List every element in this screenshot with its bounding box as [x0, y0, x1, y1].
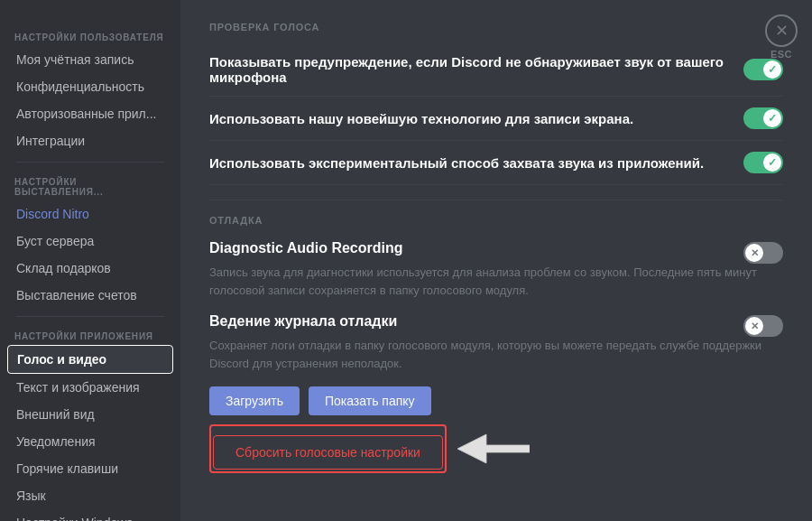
sidebar-item-my-account[interactable]: Моя учётная запись — [7, 46, 173, 73]
check-icon-3: ✓ — [768, 157, 777, 168]
setting-row-mic-warning: Показывать предупреждение, если Discord … — [209, 43, 783, 97]
toggle-audio-recording[interactable]: ✕ — [743, 242, 783, 264]
sidebar-item-discord-nitro[interactable]: Discord Nitro — [7, 200, 173, 228]
debug-item-log: Ведение журнала отладки ✕ Сохраняет логи… — [209, 313, 783, 372]
arrow-annotation — [457, 426, 530, 471]
sidebar-item-server-boost[interactable]: Буст сервера — [7, 228, 173, 255]
sidebar-item-voice-video[interactable]: Голос и видео — [7, 345, 173, 374]
check-icon: ✓ — [768, 64, 777, 75]
debug-audio-title: Diagnostic Audio Recording — [209, 240, 403, 256]
debug-buttons: Загрузить Показать папку — [209, 386, 783, 415]
debug-audio-desc: Запись звука для диагностики используетс… — [209, 264, 783, 299]
toggle-audio-capture[interactable]: ✓ — [743, 152, 783, 173]
toggle-knob-5: ✕ — [745, 317, 763, 335]
setting-row-audio-capture: Использовать экспериментальный способ за… — [209, 141, 783, 185]
sidebar-item-hotkeys[interactable]: Горячие клавиши — [7, 455, 173, 482]
sidebar-section-user-settings: НАСТРОЙКИ ПОЛЬЗОВАТЕЛЯ — [7, 25, 173, 46]
debug-log-desc: Сохраняет логи отладки в папку голосовог… — [209, 337, 783, 372]
debug-label: ОТЛАДКА — [209, 215, 783, 226]
reset-voice-settings-button[interactable]: Сбросить голосовые настройки — [213, 435, 443, 470]
sidebar-item-text-images[interactable]: Текст и изображения — [7, 374, 173, 401]
x-icon: ✕ — [751, 248, 759, 258]
toggle-knob-2: ✓ — [763, 109, 781, 127]
sidebar-section-app-settings: НАСТРОЙКИ ПРИЛОЖЕНИЯ — [7, 324, 173, 345]
sidebar-divider-2 — [16, 316, 164, 317]
upload-button[interactable]: Загрузить — [209, 386, 300, 415]
sidebar-item-gift-inventory[interactable]: Склад подарков — [7, 255, 173, 282]
debug-log-title: Ведение журнала отладки — [209, 313, 397, 330]
sidebar-divider-1 — [16, 162, 164, 163]
sidebar-item-authorized-apps[interactable]: Авторизованные прил... — [7, 100, 173, 127]
sidebar-item-windows-settings[interactable]: Настройки Windows — [7, 509, 173, 521]
reset-btn-wrapper: Сбросить голосовые настройки — [209, 424, 447, 473]
mic-warning-text: Показывать предупреждение, если Discord … — [209, 54, 743, 85]
close-button[interactable]: ✕ — [765, 14, 798, 47]
toggle-screen-record[interactable]: ✓ — [743, 107, 783, 129]
reset-section: Сбросить голосовые настройки — [209, 424, 783, 473]
sidebar-item-language[interactable]: Язык — [7, 482, 173, 509]
sidebar-section-billing: НАСТРОЙКИ ВЫСТАВЛЕНИЯ... — [7, 170, 173, 200]
toggle-debug-log[interactable]: ✕ — [743, 315, 783, 337]
sidebar-item-appearance[interactable]: Внешний вид — [7, 401, 173, 428]
sidebar-item-privacy[interactable]: Конфиденциальность — [7, 73, 173, 100]
audio-capture-text: Использовать экспериментальный способ за… — [209, 155, 743, 171]
setting-row-screen-record: Использовать нашу новейшую технологию дл… — [209, 97, 783, 141]
check-icon-2: ✓ — [768, 113, 777, 124]
sidebar: НАСТРОЙКИ ПОЛЬЗОВАТЕЛЯ Моя учётная запис… — [0, 0, 180, 521]
toggle-knob-3: ✓ — [763, 154, 781, 172]
voice-check-label: ПРОВЕРКА ГОЛОСА — [209, 22, 783, 33]
toggle-knob: ✓ — [763, 60, 781, 79]
svg-marker-0 — [457, 434, 530, 463]
sidebar-item-notifications[interactable]: Уведомления — [7, 428, 173, 455]
show-folder-button[interactable]: Показать папку — [309, 386, 431, 415]
toggle-knob-4: ✕ — [745, 244, 763, 262]
screen-record-text: Использовать нашу новейшую технологию дл… — [209, 111, 743, 126]
section-divider — [209, 200, 783, 200]
main-content: ✕ ESC ПРОВЕРКА ГОЛОСА Показывать предупр… — [180, 0, 812, 521]
sidebar-item-billing[interactable]: Выставление счетов — [7, 282, 173, 309]
sidebar-item-integrations[interactable]: Интеграции — [7, 127, 173, 154]
debug-item-audio-recording: Diagnostic Audio Recording ✕ Запись звук… — [209, 240, 783, 299]
toggle-mic-warning[interactable]: ✓ — [743, 59, 783, 80]
x-icon-2: ✕ — [751, 321, 759, 331]
